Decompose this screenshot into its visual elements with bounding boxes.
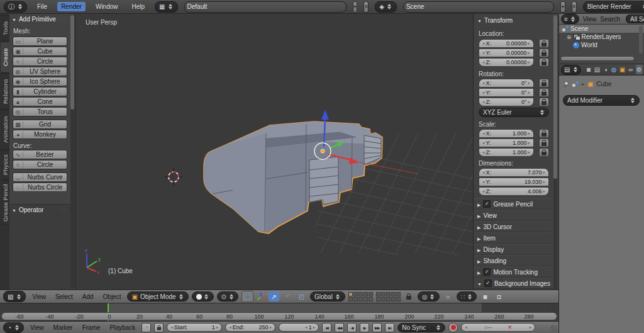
remove-keying-icon[interactable]: ✕: [508, 324, 513, 330]
tab-tools[interactable]: Tools: [1, 15, 10, 42]
add-scene-button[interactable]: +: [560, 1, 565, 13]
layers-group-2[interactable]: [376, 292, 401, 302]
layer-20[interactable]: [396, 297, 401, 302]
rotate-manipulator-button[interactable]: ◜: [282, 291, 293, 302]
timeline-marker-menu[interactable]: Marker: [50, 324, 76, 331]
play-button[interactable]: ▶: [360, 323, 369, 332]
panel-grip-icon[interactable]: ::::: [60, 207, 68, 213]
dimension-x-field[interactable]: X:7.070: [479, 168, 549, 177]
tab-world[interactable]: ◍: [611, 65, 618, 74]
lock-rotation-y-button[interactable]: [539, 88, 549, 97]
translate-manipulator-button[interactable]: ↗: [269, 291, 279, 302]
cursor-3d[interactable]: [165, 168, 182, 186]
layer-10[interactable]: [396, 292, 401, 296]
scrollbar-thumb[interactable]: [553, 15, 557, 179]
layer-18[interactable]: [386, 297, 391, 302]
layer-4[interactable]: [364, 292, 368, 296]
add-cone-button[interactable]: ▲Cone: [13, 97, 67, 106]
snap-element-selector[interactable]: ∷: [457, 291, 477, 302]
lock-time-button[interactable]: [154, 323, 164, 332]
lock-rotation-z-button[interactable]: [539, 98, 549, 106]
z-axis-arrow[interactable]: [321, 110, 329, 120]
use-preview-range-button[interactable]: ◔: [142, 323, 151, 332]
lock-location-x-button[interactable]: [539, 39, 549, 48]
render-engine-selector[interactable]: Blender Render: [583, 1, 644, 13]
layer-9[interactable]: [391, 292, 396, 296]
tab-object[interactable]: ▣: [619, 65, 626, 74]
screen-layout-selector[interactable]: Default: [184, 1, 347, 13]
layers-group-1[interactable]: [348, 292, 373, 302]
add-grid-button[interactable]: ▦Grid: [13, 120, 67, 129]
menu-render[interactable]: Render: [57, 2, 86, 11]
add-cube-button[interactable]: ▣Cube: [13, 47, 67, 56]
delete-scene-button[interactable]: ×: [572, 1, 577, 13]
selected-mesh-object[interactable]: [204, 121, 382, 234]
add-layout-button[interactable]: +: [353, 1, 358, 13]
section-item[interactable]: Item::: [474, 232, 559, 244]
tab-grease-pencil[interactable]: Grease Pencil: [1, 180, 10, 225]
layer-16[interactable]: [376, 297, 380, 302]
outliner-item-renderlayers[interactable]: ⊕ RenderLayers: [559, 33, 636, 41]
section-display[interactable]: Display::: [474, 244, 559, 255]
layer-8[interactable]: [386, 292, 391, 296]
grease-pencil-checkbox[interactable]: [483, 200, 491, 208]
scale-manipulator-button[interactable]: ◰: [296, 291, 307, 302]
tab-animation[interactable]: Animation: [1, 110, 10, 150]
layer-5[interactable]: [369, 292, 373, 296]
add-menu[interactable]: Add: [79, 293, 97, 300]
section-3d-cursor[interactable]: 3D Cursor::: [474, 221, 559, 232]
add-bezier-button[interactable]: ∿Bezier: [13, 150, 67, 159]
jump-to-end-button[interactable]: ▶|: [385, 323, 394, 332]
view-menu[interactable]: View: [29, 293, 49, 300]
layer-6[interactable]: [376, 292, 380, 296]
add-ico-sphere-button[interactable]: ◉Ico Sphere: [13, 77, 67, 86]
outliner-horizontal-scrollbar[interactable]: [560, 56, 635, 61]
background-images-checkbox[interactable]: [484, 279, 492, 287]
motion-tracking-checkbox[interactable]: [483, 268, 491, 276]
av-sync-selector[interactable]: No Sync: [397, 323, 445, 332]
lock-scale-x-button[interactable]: [539, 129, 549, 138]
section-shading[interactable]: Shading::: [474, 255, 559, 266]
layer-12[interactable]: [353, 297, 358, 302]
lock-location-y-button[interactable]: [539, 48, 549, 57]
transform-orientation-selector[interactable]: Global: [310, 291, 345, 302]
outliner-view-menu[interactable]: View: [583, 16, 597, 23]
tab-render-layers[interactable]: ▤: [594, 65, 601, 74]
dimension-y-field[interactable]: Y:19.030: [479, 178, 549, 186]
tab-constraints[interactable]: ∞: [627, 65, 634, 74]
section-background-images[interactable]: Background Images: [474, 278, 559, 289]
manipulator-toggle-button[interactable]: ✛: [242, 291, 253, 302]
add-modifier-dropdown[interactable]: Add Modifier: [563, 95, 640, 106]
viewport-editor-type-button[interactable]: ▧: [3, 291, 26, 302]
current-frame-field[interactable]: 1: [279, 323, 319, 332]
lock-location-z-button[interactable]: [539, 58, 549, 67]
viewport-shading-selector[interactable]: [192, 291, 214, 302]
location-x-field[interactable]: X:0.00000: [479, 39, 534, 48]
add-circle-button[interactable]: ○Circle: [13, 57, 67, 66]
rotation-z-field[interactable]: Z:0°: [479, 98, 534, 106]
editor-corner-grip[interactable]: [551, 325, 557, 332]
object-menu[interactable]: Object: [100, 293, 125, 300]
add-monkey-button[interactable]: ◕Monkey: [13, 130, 67, 139]
tool-shelf-scrollbar[interactable]: [70, 15, 74, 288]
layer-11[interactable]: [348, 297, 353, 302]
render-image-button[interactable]: ◙: [480, 291, 491, 302]
section-motion-tracking[interactable]: Motion Tracking::: [474, 266, 559, 278]
tab-scene[interactable]: ◑: [602, 65, 609, 74]
add-nurbs-curve-button[interactable]: ◡Nurbs Curve: [13, 172, 67, 182]
add-curve-circle-button[interactable]: ○Circle: [13, 160, 67, 169]
scale-x-field[interactable]: X:1.000: [479, 129, 534, 138]
rotation-order-selector[interactable]: XYZ Euler: [479, 108, 549, 117]
pin-icon[interactable]: [563, 81, 569, 87]
outliner-display-filter[interactable]: All Scenes: [626, 14, 644, 23]
auto-keyframe-button[interactable]: [448, 323, 458, 332]
layer-14[interactable]: [364, 297, 368, 302]
outliner-search-menu[interactable]: Search: [600, 16, 620, 23]
properties-editor-type-button[interactable]: ▤: [561, 65, 581, 75]
mode-selector[interactable]: ▣ Object Mode: [127, 291, 188, 302]
tab-physics[interactable]: Physics: [1, 150, 10, 180]
jump-prev-keyframe-button[interactable]: ◀◀: [335, 323, 344, 332]
expand-icon[interactable]: ⊕: [567, 34, 572, 40]
layer-2[interactable]: [353, 292, 358, 296]
render-animation-button[interactable]: ◘: [494, 291, 504, 302]
